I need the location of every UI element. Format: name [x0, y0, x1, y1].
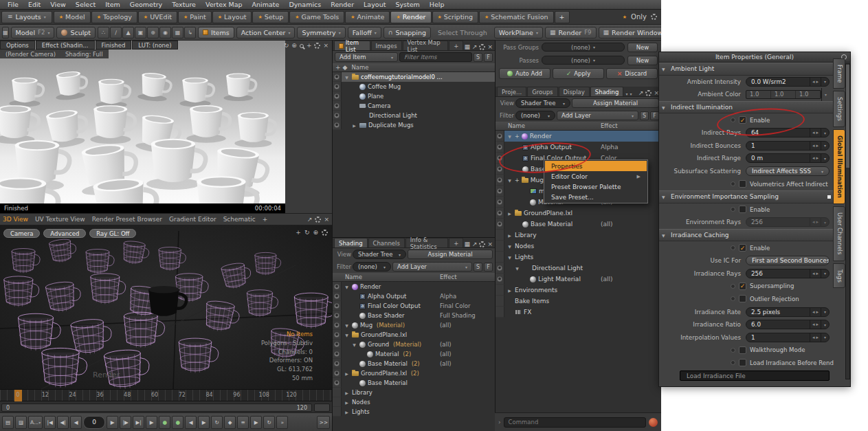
color-component-value[interactable]: 1.0: [796, 91, 821, 98]
visibility-cell[interactable]: [496, 142, 504, 153]
range-end-button[interactable]: ▶: [198, 416, 210, 429]
render-camera-selector[interactable]: (Render Camera): [5, 51, 56, 58]
select-through-button[interactable]: Select Through: [433, 27, 492, 38]
layout-tab-setup[interactable]: ★Setup: [252, 11, 289, 23]
field-ambient-intensity[interactable]: 0.0 W/srm2◂▸▾: [746, 77, 830, 87]
render-view-magnifier-icon[interactable]: [300, 44, 304, 48]
tree-row-camera[interactable]: Camera: [333, 101, 495, 111]
channel-state-icon[interactable]: [731, 360, 735, 365]
auto-add-button[interactable]: Auto Add: [499, 68, 550, 79]
expand-closed-icon[interactable]: ▶: [507, 288, 513, 293]
eye-icon[interactable]: [334, 322, 340, 328]
visibility-cell[interactable]: [496, 274, 504, 285]
stepper-left-icon[interactable]: ◂: [812, 309, 815, 315]
side-tab-settings[interactable]: Settings: [833, 91, 845, 127]
visibility-cell[interactable]: [333, 340, 342, 349]
scrollbar-thumb[interactable]: [846, 65, 849, 168]
stepper-right-icon[interactable]: ▸: [816, 219, 819, 225]
field-irradiance-rays[interactable]: 256◂▸▾: [746, 269, 830, 278]
visibility-cell[interactable]: [333, 378, 342, 388]
only-toggle[interactable]: Only: [631, 13, 647, 21]
mode-uv-icon[interactable]: ▦: [172, 27, 183, 38]
eye-icon[interactable]: [497, 133, 502, 139]
render-button[interactable]: ▦ Render F9: [545, 27, 597, 38]
section-collapse-icon[interactable]: ▼: [662, 105, 667, 110]
layout-tab-topology[interactable]: ★Topology: [91, 11, 137, 23]
layout-tab-uvedit[interactable]: ★UVEdit: [138, 11, 177, 23]
stepper-right-icon[interactable]: ▸: [816, 79, 819, 85]
viewport-tab-3d-view[interactable]: 3D View: [3, 216, 28, 223]
snapping-button[interactable]: ∩ Snapping: [383, 27, 431, 38]
eye-icon[interactable]: [334, 284, 340, 289]
scope-button[interactable]: S: [474, 53, 482, 62]
visibility-cell[interactable]: [496, 307, 504, 318]
expand-open-icon[interactable]: ▼: [514, 266, 520, 271]
stepper-arrows[interactable]: ◂▸: [810, 154, 821, 162]
stepper-right-icon[interactable]: ▸: [816, 143, 819, 148]
go-end-button[interactable]: ▶|: [133, 416, 144, 429]
item-header-filter-icon[interactable]: ◆: [343, 65, 348, 71]
panel-tab-info-statistics[interactable]: Info & Statistics: [405, 238, 448, 247]
eye-icon[interactable]: [334, 361, 340, 366]
visibility-cell[interactable]: [496, 252, 504, 263]
sculpt-mode-button[interactable]: Sculpt: [56, 27, 96, 38]
tree-row-bake-items[interactable]: Bake Items: [496, 296, 661, 307]
visibility-cell[interactable]: [496, 186, 504, 197]
tree-row-library[interactable]: ▶Library: [496, 230, 661, 241]
visibility-cell[interactable]: [333, 320, 342, 330]
visibility-cell[interactable]: [496, 219, 504, 230]
falloff-dropdown[interactable]: Falloff ▾: [348, 27, 381, 38]
field-dropdown-icon[interactable]: ▾: [821, 308, 829, 316]
film-strip-button[interactable]: ▤: [2, 416, 14, 429]
eye-icon[interactable]: [334, 84, 340, 89]
next-frame-button[interactable]: ▶: [107, 416, 118, 429]
mode-polygons-icon[interactable]: ▲: [122, 27, 134, 38]
expand-open-icon[interactable]: ▼: [507, 178, 513, 183]
viewport-zoom-icon[interactable]: ⊕: [313, 230, 318, 236]
menu-geometry[interactable]: Geometry: [125, 1, 167, 8]
expand-closed-icon[interactable]: ▶: [351, 123, 357, 128]
tree-row-groundplane-lxl[interactable]: ▶GroundPlane.lxl (2): [333, 368, 495, 378]
menu-animate[interactable]: Animate: [247, 1, 285, 8]
layout-tab-scripting[interactable]: ★Scripting: [432, 11, 479, 23]
menu-item[interactable]: Item: [100, 1, 125, 8]
visibility-cell[interactable]: [496, 208, 504, 219]
viewport-tab-item[interactable]: +: [263, 216, 268, 223]
apply-button[interactable]: ✓Apply: [553, 68, 604, 79]
visibility-cell[interactable]: [333, 301, 342, 311]
render-view-tab-options[interactable]: Options: [0, 41, 35, 49]
camera-view-button[interactable]: Camera: [3, 229, 40, 238]
mode-child-icon[interactable]: ↳: [184, 27, 196, 38]
play-small-button[interactable]: ▶: [250, 416, 262, 429]
expand-closed-icon[interactable]: ▶: [344, 400, 350, 405]
eye-icon[interactable]: [497, 265, 502, 271]
field-irradiance-ratio[interactable]: 6.0◂▸▾: [746, 320, 830, 329]
section-collapse-icon[interactable]: ▼: [662, 233, 667, 238]
visibility-cell[interactable]: [333, 368, 342, 378]
section-irradiance-caching[interactable]: ▼Irradiance Caching: [659, 229, 834, 242]
assign-material-button[interactable]: Assign Material: [572, 98, 659, 108]
eye-icon[interactable]: [334, 303, 340, 309]
stepper-arrows[interactable]: ◂▸: [810, 320, 821, 329]
tree-row-groundplane-lxl[interactable]: ▶GroundPlane.lxl: [496, 208, 661, 219]
side-tab-frame[interactable]: Frame: [833, 58, 845, 89]
stepper-left-icon[interactable]: ◂: [812, 79, 815, 85]
tree-row-final-color-output[interactable]: Final Color OutputFinal Color: [333, 301, 495, 311]
expand-open-icon[interactable]: ▼: [507, 255, 513, 260]
add-gadget-icon[interactable]: +: [515, 177, 520, 184]
symmetry-dropdown[interactable]: Symmetry ▾: [297, 27, 345, 38]
panel-tab-channels[interactable]: Channels: [368, 238, 405, 247]
field-indirect-range[interactable]: 0 m◂▸▾: [746, 153, 830, 163]
eye-icon[interactable]: [497, 210, 502, 216]
send-button[interactable]: »: [276, 416, 288, 429]
menu-file[interactable]: File: [3, 1, 23, 8]
add-gadget-icon[interactable]: +: [515, 133, 520, 140]
visibility-cell[interactable]: [496, 153, 504, 164]
play-button[interactable]: ▶: [146, 416, 157, 429]
command-history-icon[interactable]: [649, 418, 658, 427]
viewport-orbit-icon[interactable]: ↻: [304, 230, 310, 236]
channel-state-icon[interactable]: [731, 207, 735, 212]
tree-row-alpha-output[interactable]: Alpha OutputAlpha: [333, 291, 495, 301]
panel-tab-item[interactable]: +: [449, 238, 463, 247]
stepper-right-icon[interactable]: ▸: [816, 309, 819, 315]
